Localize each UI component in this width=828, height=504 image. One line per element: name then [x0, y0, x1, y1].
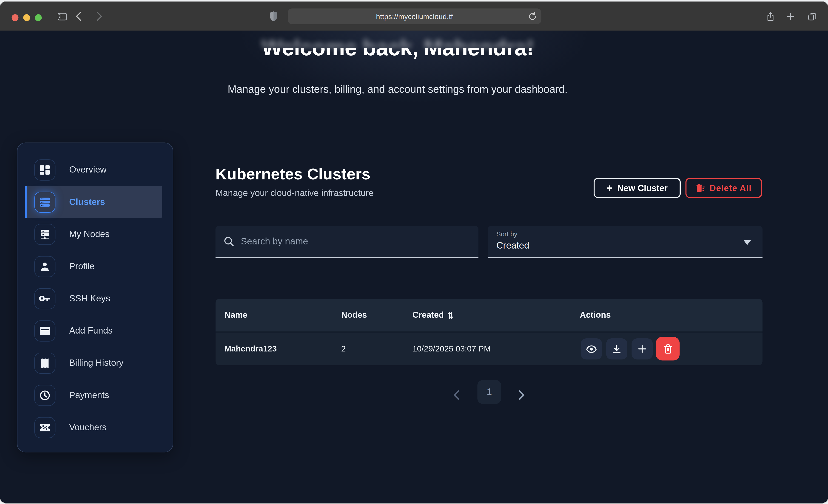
table-row: Mahendra123 2 10/29/2025 03:07 PM — [215, 333, 763, 365]
column-header-nodes: Nodes — [341, 299, 367, 332]
sidebar-item-vouchers[interactable]: Vouchers — [25, 411, 162, 444]
sidebar-item-ssh-keys[interactable]: SSH Keys — [25, 282, 162, 314]
cell-created-date: 10/29/2025 03:07 PM — [413, 333, 491, 365]
close-window-button[interactable] — [12, 14, 18, 21]
pagination-next-button[interactable] — [514, 387, 529, 402]
hero-subtitle: Manage your clusters, billing, and accou… — [0, 83, 795, 95]
sort-select[interactable]: Sort by Created — [488, 226, 762, 258]
clusters-table: Name Nodes Created Actions — [215, 299, 763, 366]
new-cluster-button[interactable]: + New Cluster — [593, 178, 681, 198]
pagination-page-1[interactable]: 1 — [477, 380, 501, 404]
sidebar-item-label: Vouchers — [69, 422, 107, 432]
browser-toolbar: https://myceliumcloud.tf — [0, 2, 828, 31]
address-bar[interactable]: https://myceliumcloud.tf — [288, 8, 541, 24]
sidebar-item-payments[interactable]: Payments — [25, 379, 162, 411]
minimize-window-button[interactable] — [23, 14, 30, 21]
new-tab-icon[interactable] — [784, 2, 797, 31]
cell-cluster-name: Mahendra123 — [224, 333, 277, 365]
url-text: https://myceliumcloud.tf — [376, 12, 453, 20]
new-cluster-label: New Cluster — [617, 183, 668, 193]
download-kubeconfig-button[interactable] — [606, 338, 627, 360]
sidebar-item-overview[interactable]: Overview — [25, 154, 162, 186]
caret-down-icon — [743, 240, 751, 245]
tab-overview-icon[interactable] — [805, 2, 820, 31]
screenshot-stage: https://myceliumcloud.tf — [0, 0, 828, 504]
forward-icon[interactable] — [93, 2, 106, 31]
delete-all-label: Delete All — [710, 183, 752, 193]
delete-cluster-button[interactable] — [656, 337, 679, 361]
sort-label: Sort by — [496, 230, 754, 238]
sidebar-item-profile[interactable]: Profile — [25, 250, 162, 282]
sidebar-item-label: Clusters — [69, 197, 105, 207]
table-header-row: Name Nodes Created Actions — [215, 299, 763, 333]
trash-sweep-icon — [696, 184, 705, 192]
key-icon — [34, 288, 55, 309]
sidebar-item-label: Payments — [69, 390, 109, 401]
sort-updown-icon — [448, 311, 453, 319]
cell-node-count: 2 — [341, 333, 346, 365]
zoom-window-button[interactable] — [35, 14, 42, 21]
plus-icon — [638, 345, 647, 353]
hero-title-blur: Welcome back, Mahendra! — [0, 32, 795, 48]
page-content: Welcome back, Mahendra! Welcome back, Ma… — [0, 31, 828, 503]
add-node-button[interactable] — [631, 338, 653, 360]
search-field — [215, 226, 479, 258]
sidebar-item-label: SSH Keys — [69, 293, 110, 304]
shield-icon[interactable] — [266, 2, 280, 31]
user-icon — [34, 256, 55, 277]
back-icon[interactable] — [72, 2, 85, 31]
sidebar-toggle-icon[interactable] — [54, 2, 70, 31]
column-header-name: Name — [224, 299, 248, 332]
chevron-left-icon — [453, 390, 460, 400]
sidebar-item-label: Billing History — [69, 358, 124, 368]
sidebar-item-billing-history[interactable]: Billing History — [25, 347, 162, 379]
dashboard-grid-icon — [34, 159, 55, 180]
receipt-icon — [34, 352, 55, 374]
reload-icon[interactable] — [529, 12, 536, 23]
view-cluster-button[interactable] — [581, 338, 602, 360]
sort-value: Created — [496, 240, 754, 251]
plus-icon: + — [607, 183, 613, 193]
column-header-created[interactable]: Created — [413, 299, 453, 332]
sidebar-item-label: Overview — [69, 165, 107, 175]
delete-all-button[interactable]: Delete All — [686, 178, 762, 198]
sidebar-item-clusters[interactable]: Clusters — [25, 186, 162, 218]
browser-window: https://myceliumcloud.tf — [0, 2, 828, 503]
column-header-actions: Actions — [580, 299, 611, 332]
search-icon — [224, 237, 234, 247]
page-title: Kubernetes Clusters — [215, 165, 370, 183]
search-input[interactable] — [240, 236, 470, 248]
sidebar-item-add-funds[interactable]: Add Funds — [25, 315, 162, 347]
trash-icon — [663, 344, 672, 353]
download-icon — [613, 344, 621, 353]
hero-title: Welcome back, Mahendra! — [0, 48, 795, 81]
sidebar-item-label: My Nodes — [69, 229, 110, 239]
share-icon[interactable] — [764, 2, 778, 31]
credit-card-icon — [34, 320, 55, 341]
chevron-right-icon — [519, 390, 525, 400]
sidebar: Overview Clusters — [17, 142, 173, 452]
eye-icon — [586, 345, 597, 353]
ticket-percent-icon — [34, 417, 55, 438]
sidebar-item-label: Add Funds — [69, 326, 113, 336]
page-subtitle: Manage your cloud-native infrastructure — [215, 188, 374, 199]
sidebar-item-my-nodes[interactable]: My Nodes — [25, 218, 162, 250]
clock-icon — [34, 384, 55, 406]
pagination-prev-button[interactable] — [449, 387, 463, 402]
server-stack-icon — [34, 192, 55, 212]
sidebar-item-label: Profile — [69, 261, 95, 271]
nodes-rack-icon — [34, 223, 55, 245]
